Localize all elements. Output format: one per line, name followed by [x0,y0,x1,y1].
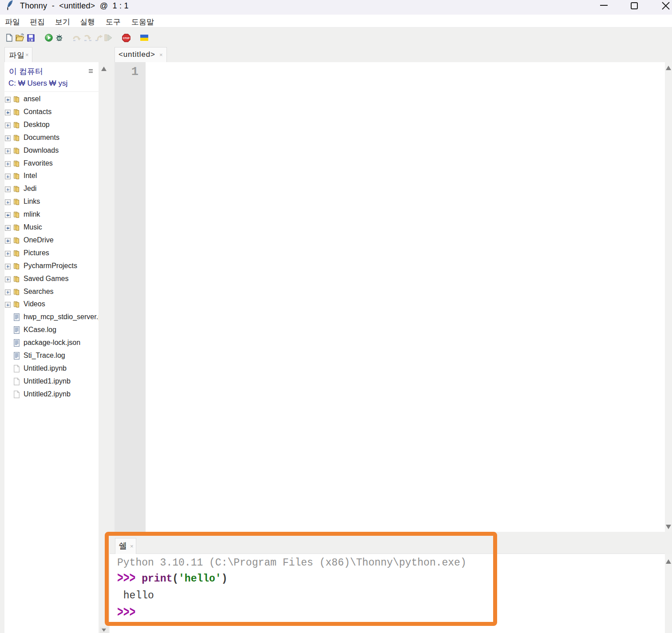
svg-text:STOP: STOP [123,37,130,40]
